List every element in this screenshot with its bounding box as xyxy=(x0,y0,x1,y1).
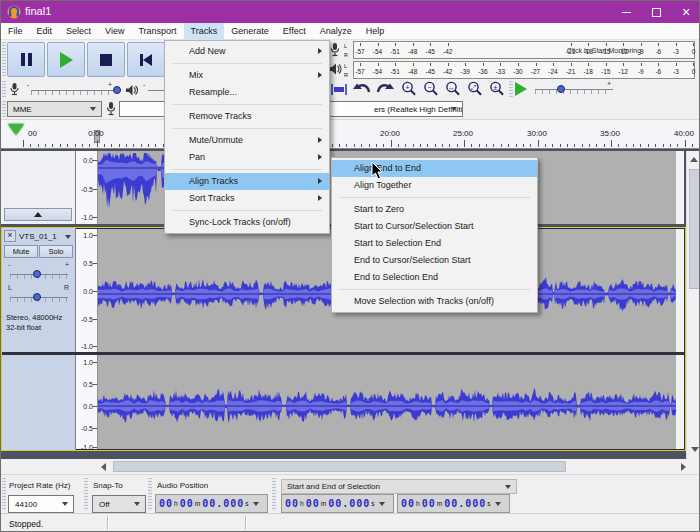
menu-item-end-to-selection-end[interactable]: End to Selection End xyxy=(332,269,537,286)
zoom-in-button[interactable]: + xyxy=(401,81,421,97)
ruler-value: -1.0 xyxy=(81,343,93,350)
menu-item-move-selection-with-tracks-on-off-[interactable]: Move Selection with Tracks (on/off) xyxy=(332,293,537,310)
recording-volume-thumb[interactable] xyxy=(113,86,121,94)
menubar-item-select[interactable]: Select xyxy=(59,23,98,39)
selection-mode-combo[interactable]: Start and End of Selection xyxy=(281,479,517,494)
time-digits[interactable]: 00.000 xyxy=(328,498,370,509)
chevron-down-icon[interactable] xyxy=(495,502,501,506)
time-digits[interactable]: 00 xyxy=(159,498,173,509)
audio-position-field[interactable]: 00h00m00.000s xyxy=(155,494,268,513)
pan-slider-thumb[interactable] xyxy=(33,293,41,301)
menubar-item-help[interactable]: Help xyxy=(359,23,392,39)
undo-button[interactable] xyxy=(353,82,372,100)
snap-grip[interactable] xyxy=(84,478,88,511)
recording-volume-slider[interactable] xyxy=(31,90,117,91)
menu-item-mix[interactable]: Mix xyxy=(165,67,329,84)
menu-item-end-to-cursor-selection-start[interactable]: End to Cursor/Selection Start xyxy=(332,252,537,269)
skip-to-start-button[interactable] xyxy=(127,42,165,77)
track1-control-panel[interactable] xyxy=(1,151,76,224)
scroll-up-icon[interactable] xyxy=(690,157,698,162)
transport-toolbar-grip[interactable] xyxy=(2,42,6,77)
mixer-toolbar-grip[interactable] xyxy=(2,81,6,97)
scroll-left-icon[interactable] xyxy=(101,463,106,471)
minimize-button[interactable] xyxy=(611,1,641,23)
chevron-down-icon[interactable] xyxy=(379,502,385,506)
play-speed-slider[interactable] xyxy=(535,89,613,90)
vertical-scrollbar[interactable] xyxy=(686,151,700,459)
zoom-out-button[interactable]: − xyxy=(423,81,443,97)
playback-volume-min: - xyxy=(143,81,145,88)
menu-item-pan[interactable]: Pan xyxy=(165,149,329,166)
time-digits[interactable]: 00 xyxy=(180,498,194,509)
trim-audio-button[interactable] xyxy=(329,82,349,97)
track1-collapse-button[interactable] xyxy=(4,208,72,221)
time-digits[interactable]: 00 xyxy=(422,498,436,509)
horizontal-scrollbar[interactable] xyxy=(1,459,700,474)
menubar-item-transport[interactable]: Transport xyxy=(131,23,183,39)
menu-item-sync-lock-tracks-on-off-[interactable]: Sync-Lock Tracks (on/off) xyxy=(165,214,329,231)
menu-item-mute-unmute[interactable]: Mute/Unmute xyxy=(165,132,329,149)
monitoring-hint-text[interactable]: Click to Start Monitoring xyxy=(567,47,641,54)
zoom-selection-button[interactable]: ↔ xyxy=(445,81,465,97)
zoom-toggle-button[interactable]: ± xyxy=(489,81,509,97)
time-digits[interactable]: 00 xyxy=(306,498,320,509)
time-digits[interactable]: 00 xyxy=(285,498,299,509)
audio-host-combo[interactable]: MME xyxy=(7,101,102,117)
menu-item-align-together[interactable]: Align Together xyxy=(332,177,537,194)
scroll-right-icon[interactable] xyxy=(681,463,686,471)
selection-start-field[interactable]: 00h00m00.000s xyxy=(281,494,394,513)
project-rate-combo[interactable]: 44100 xyxy=(8,495,74,513)
menu-item-align-end-to-end[interactable]: Align End to End xyxy=(332,160,537,177)
time-digits[interactable]: 00.000 xyxy=(444,498,486,509)
zoom-fit-button[interactable]: ⤢ xyxy=(467,81,487,97)
timeline-options-button[interactable] xyxy=(8,124,24,135)
menubar-item-file[interactable]: File xyxy=(1,23,30,39)
menu-item-align-tracks[interactable]: Align Tracks xyxy=(165,173,329,190)
selection-toolbar-grip[interactable] xyxy=(2,478,6,511)
menubar-item-tracks[interactable]: Tracks xyxy=(184,23,225,39)
menubar-item-view[interactable]: View xyxy=(98,23,131,39)
menubar-item-analyze[interactable]: Analyze xyxy=(313,23,359,39)
stop-button[interactable] xyxy=(87,42,125,77)
scroll-down-icon[interactable] xyxy=(691,447,699,452)
record-meter-mic-button[interactable] xyxy=(329,42,341,62)
track2-menu-button[interactable] xyxy=(65,235,71,239)
selection-end-field[interactable]: 00h00m00.000s xyxy=(397,494,510,513)
recording-meter[interactable]: -57-54-51-48-45-42-21-18-15-12-9-6-30Cli… xyxy=(353,41,695,59)
chevron-down-icon[interactable] xyxy=(253,502,259,506)
gain-slider-thumb[interactable] xyxy=(33,270,41,278)
audio-position-grip[interactable] xyxy=(148,478,152,511)
menu-item-sort-tracks[interactable]: Sort Tracks xyxy=(165,190,329,207)
redo-button[interactable] xyxy=(375,82,394,100)
play-speed-thumb[interactable] xyxy=(557,85,565,93)
track2-mute-button[interactable]: Mute xyxy=(4,245,38,258)
play-at-speed-grip[interactable] xyxy=(509,81,513,97)
track2-control-panel[interactable]: × VTS_01_1 Mute Solo - + L R Stereo, 480… xyxy=(2,228,76,450)
selection-grip[interactable] xyxy=(272,478,276,511)
menu-item-add-new[interactable]: Add New xyxy=(165,43,329,60)
horizontal-scroll-thumb[interactable] xyxy=(113,461,566,472)
maximize-button[interactable] xyxy=(641,1,671,23)
menu-item-resample-[interactable]: Resample... xyxy=(165,84,329,101)
menubar-item-edit[interactable]: Edit xyxy=(30,23,60,39)
pause-button[interactable] xyxy=(7,42,45,77)
menu-item-remove-tracks[interactable]: Remove Tracks xyxy=(165,108,329,125)
menubar-item-effect[interactable]: Effect xyxy=(276,23,313,39)
track2-solo-button[interactable]: Solo xyxy=(39,245,73,258)
menu-item-start-to-selection-end[interactable]: Start to Selection End xyxy=(332,235,537,252)
time-digits[interactable]: 00.000 xyxy=(202,498,244,509)
menu-item-start-to-zero[interactable]: Start to Zero xyxy=(332,201,537,218)
playback-meter[interactable]: -57-54-51-48-45-42-39-36-33-30-27-24-21-… xyxy=(353,61,695,79)
playback-meter-speaker-button[interactable] xyxy=(328,62,342,80)
timeline-ruler[interactable]: 00 0:0020:0025:0030:0035:0040:00 xyxy=(1,119,700,149)
device-toolbar-grip[interactable] xyxy=(2,101,6,117)
play-at-speed-button[interactable] xyxy=(515,82,527,96)
close-button[interactable]: ✕ xyxy=(671,1,700,23)
vertical-scroll-thumb[interactable] xyxy=(689,169,700,289)
track2-close-button[interactable]: × xyxy=(4,230,16,242)
menubar-item-generate[interactable]: Generate xyxy=(224,23,276,39)
menu-item-start-to-cursor-selection-start[interactable]: Start to Cursor/Selection Start xyxy=(332,218,537,235)
play-button[interactable] xyxy=(47,42,85,77)
snap-to-combo[interactable]: Off xyxy=(92,495,146,513)
time-digits[interactable]: 00 xyxy=(401,498,415,509)
